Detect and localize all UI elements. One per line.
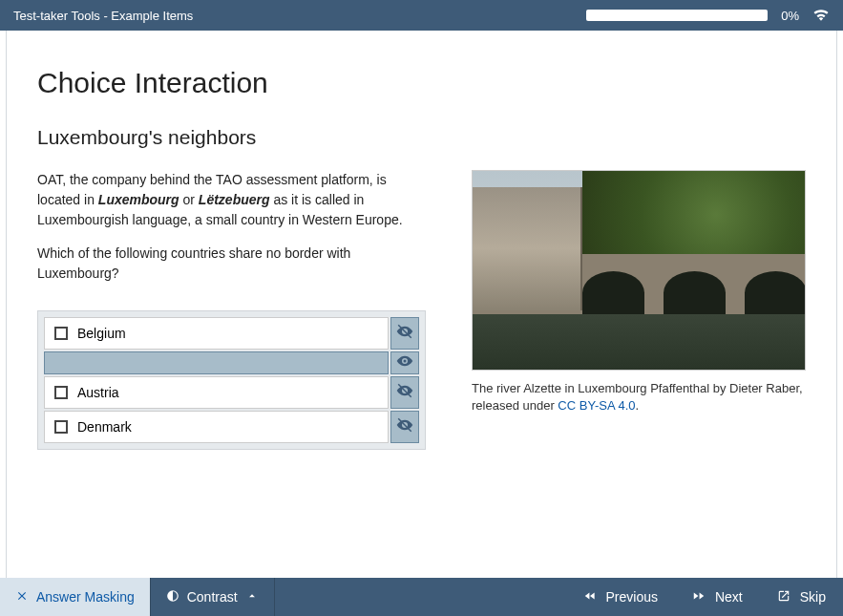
previous-button[interactable]: Previous (566, 578, 675, 616)
mask-toggle-button[interactable] (390, 376, 419, 409)
choice-label: Denmark (77, 419, 132, 435)
next-label: Next (715, 589, 743, 605)
eye-icon (396, 352, 413, 373)
progress-percent: 0% (781, 9, 799, 23)
progress-bar (586, 10, 768, 21)
answer-masking-button[interactable]: Answer Masking (0, 578, 151, 616)
choice-label: Belgium (77, 326, 126, 341)
skip-label: Skip (800, 589, 826, 605)
eye-slash-icon (396, 382, 413, 403)
external-link-icon (777, 589, 790, 605)
choice-label: Austria (77, 385, 119, 400)
header-right: 0% (586, 8, 830, 24)
chevron-up-icon (245, 589, 259, 605)
footer-toolbar: Answer Masking Contrast Previous Next Sk… (0, 578, 843, 616)
choice-row: Austria (44, 376, 419, 409)
rewind-icon (583, 589, 597, 605)
mask-toggle-button[interactable] (390, 351, 419, 374)
choice-option[interactable]: Belgium (44, 317, 389, 350)
choice-option-masked[interactable] (44, 351, 389, 374)
mask-toggle-button[interactable] (390, 411, 419, 443)
previous-label: Previous (606, 589, 658, 605)
checkbox-icon (54, 420, 68, 434)
choice-row (44, 351, 419, 374)
image-caption: The river Alzette in Luxembourg Pfaffent… (472, 380, 806, 414)
header-title: Test-taker Tools - Example Items (13, 9, 193, 23)
choice-list: Belgium (37, 310, 426, 450)
section-title: Luxembourg's neighbors (37, 126, 806, 149)
content-area: Choice Interaction Luxembourg's neighbor… (6, 31, 837, 578)
forward-icon (692, 589, 706, 605)
next-button[interactable]: Next (675, 578, 760, 616)
close-icon (15, 589, 29, 605)
page-title: Choice Interaction (37, 67, 806, 99)
passage-image (472, 170, 806, 371)
choice-row: Belgium (44, 317, 419, 350)
license-link[interactable]: CC BY-SA 4.0 (558, 398, 635, 413)
checkbox-icon (54, 327, 68, 340)
question-text: Which of the following countries share n… (37, 244, 426, 284)
passage-text: OAT, the company behind the TAO assessme… (37, 170, 426, 230)
eye-slash-icon (396, 323, 413, 344)
contrast-icon (166, 589, 179, 605)
wifi-icon (812, 8, 830, 24)
contrast-button[interactable]: Contrast (151, 578, 275, 616)
checkbox-icon (54, 386, 68, 399)
skip-button[interactable]: Skip (760, 578, 843, 616)
choice-option[interactable]: Austria (44, 376, 389, 409)
choice-row: Denmark (44, 411, 419, 443)
choice-option[interactable]: Denmark (44, 411, 389, 443)
eye-slash-icon (396, 416, 413, 437)
header-bar: Test-taker Tools - Example Items 0% (0, 0, 843, 31)
answer-masking-label: Answer Masking (36, 589, 135, 605)
mask-toggle-button[interactable] (390, 317, 419, 350)
contrast-label: Contrast (187, 589, 238, 605)
